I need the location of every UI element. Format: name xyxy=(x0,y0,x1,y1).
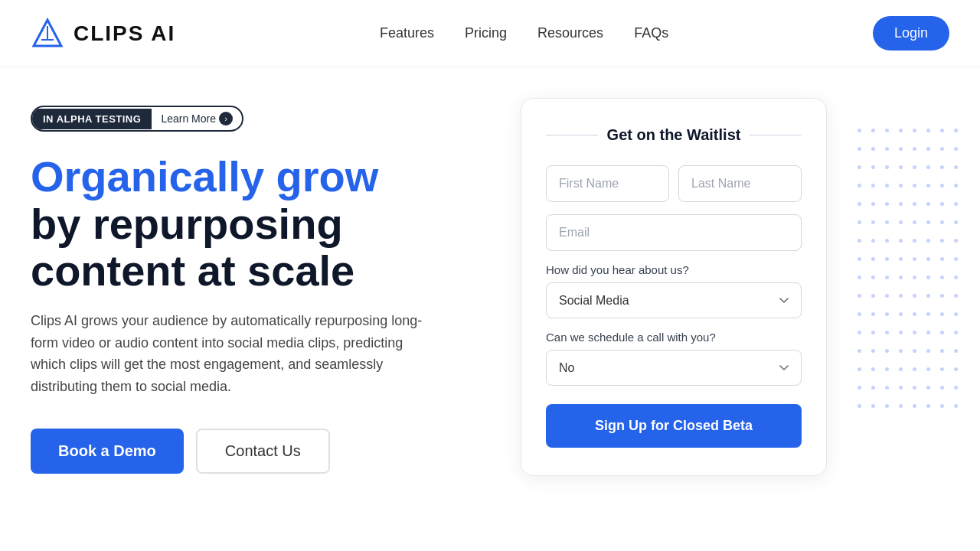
email-group xyxy=(546,214,802,251)
name-row xyxy=(546,165,802,202)
hear-about-select[interactable]: Social Media Google Friend Other xyxy=(546,282,802,318)
nav-pricing[interactable]: Pricing xyxy=(465,25,507,41)
hero-subtext: Clips AI grows your audience by automati… xyxy=(31,310,429,398)
schedule-label: Can we schedule a call with you? xyxy=(546,331,802,344)
book-demo-button[interactable]: Book a Demo xyxy=(31,429,184,474)
nav-faqs[interactable]: FAQs xyxy=(634,25,668,41)
email-input[interactable] xyxy=(546,214,802,251)
last-name-input[interactable] xyxy=(678,165,802,202)
title-line-right xyxy=(750,135,802,135)
dot-pattern-decoration xyxy=(858,129,980,435)
hero-left: IN ALPHA TESTING Learn More › Organicall… xyxy=(31,98,475,476)
login-button[interactable]: Login xyxy=(873,16,949,51)
nav-features[interactable]: Features xyxy=(380,25,434,41)
hero-headline: Organically grow by repurposingcontent a… xyxy=(31,153,475,295)
learn-more-button[interactable]: Learn More › xyxy=(152,107,242,130)
cta-row: Book a Demo Contact Us xyxy=(31,429,475,474)
alpha-badge[interactable]: IN ALPHA TESTING Learn More › xyxy=(31,106,243,132)
waitlist-form-card: Get on the Waitlist How did you hear abo… xyxy=(521,98,827,476)
form-title: Get on the Waitlist xyxy=(607,126,741,144)
schedule-select[interactable]: No Yes xyxy=(546,350,802,386)
hear-about-label: How did you hear about us? xyxy=(546,263,802,276)
schedule-group: Can we schedule a call with you? No Yes xyxy=(546,331,802,386)
headline-blue: Organically grow xyxy=(31,152,378,201)
logo-text: CLIPS AI xyxy=(74,21,175,46)
chevron-right-icon: › xyxy=(219,112,233,126)
main-nav: Features Pricing Resources FAQs xyxy=(380,25,668,41)
contact-us-button[interactable]: Contact Us xyxy=(196,429,330,474)
signup-button[interactable]: Sign Up for Closed Beta xyxy=(546,404,802,448)
form-title-row: Get on the Waitlist xyxy=(546,126,802,144)
logo[interactable]: CLIPS AI xyxy=(31,17,175,51)
learn-more-text: Learn More xyxy=(161,112,216,125)
logo-icon xyxy=(31,17,64,51)
nav-resources[interactable]: Resources xyxy=(537,25,603,41)
title-line-left xyxy=(546,135,598,135)
first-name-input[interactable] xyxy=(546,165,669,202)
hear-about-group: How did you hear about us? Social Media … xyxy=(546,263,802,318)
alpha-label: IN ALPHA TESTING xyxy=(32,109,152,129)
